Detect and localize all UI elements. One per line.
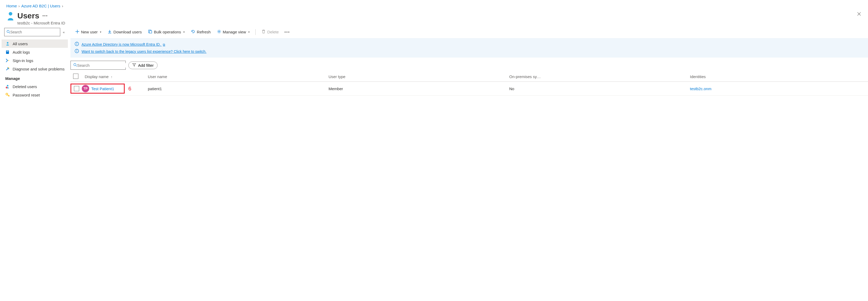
svg-rect-12 bbox=[149, 31, 152, 33]
row-checkbox[interactable] bbox=[74, 86, 79, 91]
svg-point-18 bbox=[76, 50, 77, 51]
users-search[interactable] bbox=[70, 61, 126, 70]
key-icon bbox=[5, 93, 10, 97]
svg-point-0 bbox=[9, 12, 12, 15]
page-header: Users ••• testb2c - Microsoft Entra ID bbox=[0, 9, 868, 27]
sidebar-item-label: Sign-in logs bbox=[12, 58, 33, 63]
signin-icon bbox=[5, 58, 10, 63]
sidebar: « All users Audit logs Sign-in logs Diag… bbox=[0, 27, 68, 99]
sidebar-item-label: Password reset bbox=[12, 93, 40, 97]
add-filter-button[interactable]: Add filter bbox=[128, 62, 158, 69]
breadcrumb-home[interactable]: Home bbox=[6, 4, 17, 8]
toolbar-separator bbox=[255, 29, 256, 35]
svg-line-21 bbox=[76, 65, 77, 67]
col-user-type[interactable]: User type bbox=[326, 72, 506, 82]
bulk-operations-button[interactable]: Bulk operations ▾ bbox=[146, 28, 187, 35]
delete-button: Delete bbox=[259, 28, 281, 35]
search-icon bbox=[73, 63, 77, 68]
refresh-button[interactable]: Refresh bbox=[188, 28, 213, 35]
sidebar-search-input[interactable] bbox=[10, 30, 58, 34]
collapse-sidebar-icon[interactable]: « bbox=[62, 30, 66, 34]
sidebar-item-label: Audit logs bbox=[12, 50, 30, 55]
info-icon bbox=[75, 49, 79, 54]
tools-icon bbox=[5, 67, 10, 71]
svg-rect-5 bbox=[7, 51, 8, 52]
bulk-icon bbox=[148, 29, 152, 34]
new-user-button[interactable]: New user ▾ bbox=[72, 28, 104, 35]
sidebar-item-label: Deleted users bbox=[12, 85, 37, 89]
svg-point-3 bbox=[7, 42, 8, 44]
refresh-icon bbox=[191, 29, 195, 34]
close-icon[interactable] bbox=[857, 12, 861, 18]
download-users-button[interactable]: Download users bbox=[105, 28, 145, 35]
cell-user-name: patient1 bbox=[145, 82, 326, 96]
svg-rect-19 bbox=[76, 51, 77, 52]
svg-point-13 bbox=[218, 31, 220, 32]
filter-row: Add filter bbox=[70, 58, 868, 72]
table-header-row: Display name ↑ User name User type On-pr… bbox=[70, 72, 868, 82]
svg-point-20 bbox=[74, 63, 76, 66]
plus-icon bbox=[75, 29, 80, 34]
main-content: New user ▾ Download users Bulk operation… bbox=[68, 27, 868, 99]
sidebar-item-password-reset[interactable]: Password reset bbox=[2, 91, 68, 99]
breadcrumb: Home › Azure AD B2C | Users › bbox=[0, 0, 868, 9]
link-text: Azure Active Directory is now Microsoft … bbox=[82, 42, 161, 46]
breadcrumb-b2c-users[interactable]: Azure AD B2C | Users bbox=[21, 4, 60, 8]
sort-asc-icon: ↑ bbox=[111, 75, 112, 79]
col-user-name[interactable]: User name bbox=[145, 72, 326, 82]
display-name-link[interactable]: Test Patient1 bbox=[91, 87, 114, 91]
identities-link[interactable]: testb2c.onm bbox=[690, 87, 712, 91]
toolbar-more-icon[interactable]: ••• bbox=[282, 29, 292, 35]
info-icon bbox=[75, 42, 79, 47]
log-icon bbox=[5, 50, 10, 55]
sidebar-search[interactable] bbox=[4, 28, 60, 36]
sidebar-item-signin-logs[interactable]: Sign-in logs bbox=[2, 56, 68, 65]
sidebar-item-deleted-users[interactable]: Deleted users bbox=[2, 82, 68, 91]
col-on-premises[interactable]: On-premises sy… bbox=[506, 72, 687, 82]
users-search-input[interactable] bbox=[77, 63, 127, 68]
filter-icon bbox=[132, 63, 136, 68]
sidebar-item-label: All users bbox=[12, 41, 28, 46]
chevron-down-icon: ▾ bbox=[248, 31, 250, 33]
svg-point-15 bbox=[76, 43, 77, 43]
entra-rename-link[interactable]: Azure Active Directory is now Microsoft … bbox=[82, 42, 165, 46]
page-subtitle: testb2c - Microsoft Entra ID bbox=[18, 21, 65, 25]
select-all-checkbox[interactable] bbox=[73, 74, 79, 79]
sidebar-item-diagnose[interactable]: Diagnose and solve problems bbox=[2, 65, 68, 73]
deleted-user-icon bbox=[5, 84, 10, 89]
download-icon bbox=[107, 29, 112, 34]
svg-point-6 bbox=[8, 60, 9, 61]
info-banner: Azure Active Directory is now Microsoft … bbox=[70, 38, 868, 58]
sidebar-item-all-users[interactable]: All users bbox=[2, 39, 68, 48]
users-table: Display name ↑ User name User type On-pr… bbox=[70, 72, 868, 96]
chevron-down-icon: ▾ bbox=[100, 31, 101, 33]
cell-user-type: Member bbox=[326, 82, 506, 96]
manage-view-button[interactable]: Manage view ▾ bbox=[214, 28, 252, 35]
sidebar-item-audit-logs[interactable]: Audit logs bbox=[2, 48, 68, 56]
sidebar-item-label: Diagnose and solve problems bbox=[12, 67, 65, 71]
breadcrumb-chevron-icon: › bbox=[19, 4, 20, 8]
button-label: New user bbox=[81, 30, 98, 34]
svg-rect-9 bbox=[6, 87, 7, 88]
svg-point-1 bbox=[7, 30, 9, 33]
page-title: Users bbox=[18, 11, 39, 20]
button-label: Download users bbox=[113, 30, 142, 34]
table-row[interactable]: TP Test Patient1 6 patient1 Member No te… bbox=[70, 82, 868, 96]
breadcrumb-chevron-icon: › bbox=[62, 4, 63, 8]
user-icon bbox=[6, 11, 15, 22]
user-icon bbox=[5, 41, 10, 46]
cell-on-prem: No bbox=[506, 82, 687, 96]
header-label: Display name bbox=[85, 74, 108, 79]
button-label: Refresh bbox=[197, 30, 211, 34]
svg-rect-4 bbox=[6, 51, 9, 54]
trash-icon bbox=[261, 29, 266, 34]
title-more-icon[interactable]: ••• bbox=[42, 14, 48, 18]
svg-point-7 bbox=[7, 85, 8, 87]
col-identities[interactable]: Identities bbox=[687, 72, 868, 82]
button-label: Bulk operations bbox=[154, 30, 181, 34]
switch-legacy-link[interactable]: Want to switch back to the legacy users … bbox=[82, 49, 207, 54]
svg-rect-16 bbox=[76, 44, 77, 45]
col-display-name[interactable]: Display name ↑ bbox=[82, 72, 145, 82]
button-label: Delete bbox=[267, 30, 279, 34]
external-link-icon: ⧉ bbox=[163, 43, 165, 46]
